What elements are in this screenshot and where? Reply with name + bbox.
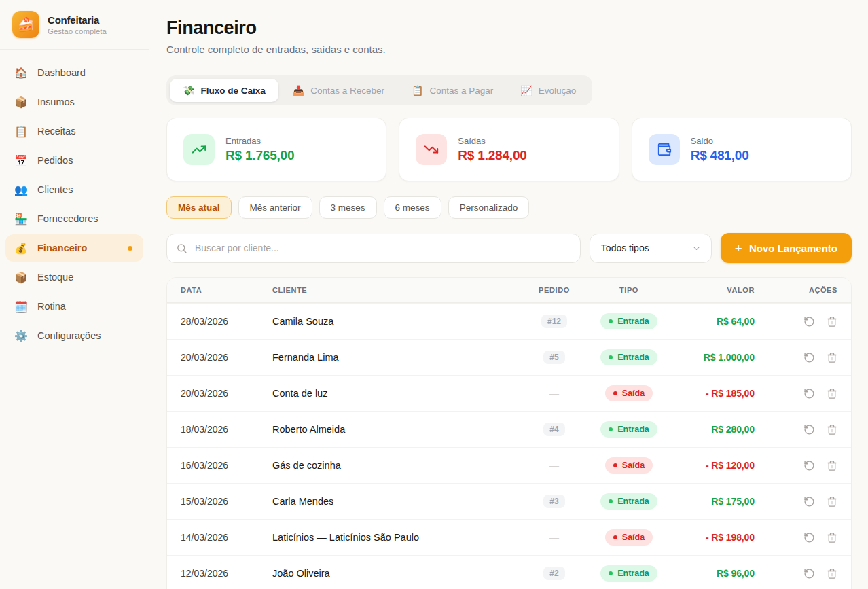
table-row: 16/03/2026 Gás de cozinha — Saída - R$ 1…	[167, 447, 851, 483]
row-actions	[755, 352, 837, 363]
sidebar-item-fornecedores[interactable]: 🏪 Fornecedores	[5, 205, 143, 232]
type-badge: Saída	[605, 529, 653, 546]
cell-date: 28/03/2026	[181, 316, 272, 327]
trash-icon[interactable]	[827, 460, 837, 471]
tab-label: Contas a Pagar	[430, 86, 494, 96]
sidebar-item-label: Financeiro	[37, 243, 87, 253]
trash-icon[interactable]	[827, 568, 837, 579]
trash-icon[interactable]	[827, 532, 837, 543]
undo-icon[interactable]	[803, 568, 815, 579]
search-input[interactable]	[166, 234, 581, 263]
sidebar: 🍰 Confeitaria Gestão completa 🏠 Dashboar…	[0, 0, 149, 589]
sidebar-item-receitas[interactable]: 📋 Receitas	[5, 118, 143, 145]
sidebar-item-dashboard[interactable]: 🏠 Dashboard	[5, 59, 143, 86]
type-badge: Entrada	[600, 313, 657, 329]
tab-evolucao[interactable]: 📈 Evolução	[507, 79, 589, 102]
summary-cards: Entradas R$ 1.765,00 Saídas R$ 1.284,00 …	[166, 118, 852, 181]
undo-icon[interactable]	[803, 424, 815, 435]
table-row: 14/03/2026 Laticínios — Laticínios São P…	[167, 519, 851, 555]
sidebar-item-configuracoes[interactable]: ⚙️ Configurações	[5, 322, 143, 349]
cell-client: Laticínios — Laticínios São Paulo	[272, 532, 524, 543]
sidebar-item-pedidos[interactable]: 📅 Pedidos	[5, 147, 143, 174]
active-dot	[128, 246, 132, 251]
cell-client: Gás de cozinha	[272, 460, 524, 471]
chip-mes-anterior[interactable]: Mês anterior	[238, 196, 312, 219]
col-acoes: AÇÕES	[755, 286, 837, 294]
cell-date: 12/03/2026	[181, 568, 272, 579]
trash-icon[interactable]	[827, 352, 837, 363]
undo-icon[interactable]	[803, 388, 815, 399]
page-subtitle: Controle completo de entradas, saídas e …	[166, 43, 852, 55]
page-title: Financeiro	[166, 18, 852, 39]
row-actions	[755, 532, 837, 543]
undo-icon[interactable]	[803, 460, 815, 471]
trash-icon[interactable]	[827, 316, 837, 327]
sidebar-item-label: Rotina	[37, 301, 66, 312]
chip-personalizado[interactable]: Personalizado	[448, 196, 530, 219]
trash-icon[interactable]	[827, 424, 837, 435]
search-icon	[176, 243, 187, 254]
undo-icon[interactable]	[803, 352, 815, 363]
tab-contas-a-pagar[interactable]: 📋 Contas a Pagar	[399, 79, 506, 102]
sidebar-item-financeiro[interactable]: 💰 Financeiro	[5, 234, 143, 262]
table-row: 15/03/2026 Carla Mendes #3 Entrada R$ 17…	[167, 483, 851, 519]
col-data: DATA	[181, 286, 272, 294]
package-icon: 📦	[14, 271, 29, 284]
sidebar-item-clientes[interactable]: 👥 Clientes	[5, 176, 143, 203]
chip-3-meses[interactable]: 3 meses	[319, 196, 377, 219]
gear-icon: ⚙️	[14, 329, 29, 342]
col-pedido: PEDIDO	[524, 286, 585, 294]
table-row: 20/03/2026 Conta de luz — Saída - R$ 185…	[167, 375, 851, 411]
trash-icon[interactable]	[827, 496, 837, 507]
cell-client: Carla Mendes	[272, 496, 524, 507]
sidebar-item-estoque[interactable]: 📦 Estoque	[5, 264, 143, 291]
type-badge: Saída	[605, 457, 653, 474]
order-empty: —	[549, 388, 559, 399]
undo-icon[interactable]	[803, 496, 815, 507]
cell-client: Fernanda Lima	[272, 352, 524, 363]
sidebar-item-rotina[interactable]: 🗓️ Rotina	[5, 293, 143, 320]
sidebar-item-label: Clientes	[37, 184, 73, 195]
sidebar-item-label: Dashboard	[37, 67, 86, 78]
plus-icon: +	[735, 242, 742, 255]
cell-date: 20/03/2026	[181, 388, 272, 399]
type-badge: Entrada	[600, 349, 657, 365]
cell-client: Conta de luz	[272, 388, 524, 399]
order-badge: #3	[543, 495, 564, 508]
new-entry-button[interactable]: + Novo Lançamento	[721, 233, 852, 263]
trend-down-icon	[416, 134, 447, 165]
undo-icon[interactable]	[803, 316, 815, 327]
undo-icon[interactable]	[803, 532, 815, 543]
row-actions	[755, 316, 837, 327]
card-label: Entradas	[225, 136, 294, 146]
card-saidas: Saídas R$ 1.284,00	[399, 118, 619, 181]
store-icon: 🏪	[14, 213, 29, 226]
clipboard-icon: 📋	[14, 125, 29, 138]
chip-mes-atual[interactable]: Mês atual	[166, 196, 232, 219]
tab-contas-a-receber[interactable]: 📥 Contas a Receber	[280, 79, 397, 102]
trash-icon[interactable]	[827, 388, 837, 399]
cell-value: R$ 96,00	[673, 568, 755, 579]
cell-value: R$ 280,00	[673, 424, 755, 435]
table-row: 12/03/2026 João Oliveira #2 Entrada R$ 9…	[167, 555, 851, 589]
chip-6-meses[interactable]: 6 meses	[384, 196, 441, 219]
row-actions	[755, 460, 837, 471]
tab-fluxo-de-caixa[interactable]: 💸 Fluxo de Caixa	[170, 79, 278, 102]
tab-label: Evolução	[539, 86, 577, 96]
cell-value: R$ 175,00	[673, 496, 755, 507]
col-valor: VALOR	[673, 286, 755, 294]
inbox-tray-icon: 📥	[293, 85, 304, 96]
cell-date: 20/03/2026	[181, 352, 272, 363]
type-filter-select[interactable]: Todos tipos	[590, 234, 712, 263]
money-wings-icon: 💸	[183, 85, 194, 96]
sidebar-item-label: Pedidos	[37, 155, 73, 166]
row-actions	[755, 424, 837, 435]
cell-date: 18/03/2026	[181, 424, 272, 435]
row-actions	[755, 388, 837, 399]
cell-date: 14/03/2026	[181, 532, 272, 543]
transactions-table: DATA CLIENTE PEDIDO TIPO VALOR AÇÕES 28/…	[166, 277, 852, 589]
main-content: Financeiro Controle completo de entradas…	[149, 0, 868, 589]
brand-text: Confeitaria Gestão completa	[48, 14, 107, 35]
trend-up-icon	[183, 134, 215, 165]
sidebar-item-insumos[interactable]: 📦 Insumos	[5, 88, 143, 115]
